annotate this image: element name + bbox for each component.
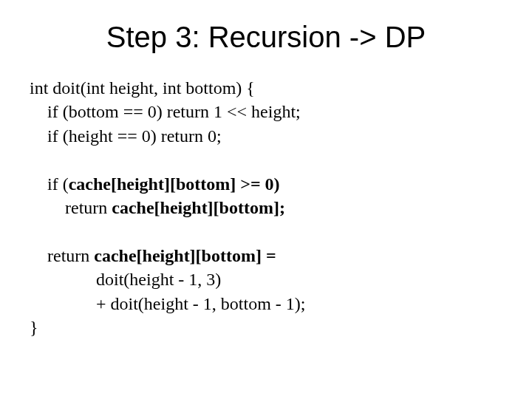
- code-line-6a: return: [30, 198, 112, 217]
- code-line-5a: if (: [30, 174, 69, 194]
- code-line-3: if (height == 0) return 0;: [30, 126, 222, 146]
- code-line-2: if (bottom == 0) return 1 << height;: [30, 102, 301, 121]
- code-block: int doit(int height, int bottom) { if (b…: [30, 76, 502, 339]
- code-line-10: + doit(height - 1, bottom - 1);: [30, 294, 306, 313]
- code-line-11: }: [30, 318, 38, 337]
- code-line-9: doit(height - 1, 3): [30, 270, 221, 289]
- slide: Step 3: Recursion -> DP int doit(int hei…: [0, 0, 532, 399]
- code-line-8b: cache[height][bottom] =: [94, 246, 276, 265]
- slide-title: Step 3: Recursion -> DP: [30, 21, 502, 54]
- code-line-5b: cache[height][bottom] >= 0): [69, 174, 280, 194]
- code-line-1: int doit(int height, int bottom) {: [30, 78, 255, 98]
- code-line-8a: return: [30, 246, 94, 265]
- code-line-6b: cache[height][bottom];: [112, 198, 285, 217]
